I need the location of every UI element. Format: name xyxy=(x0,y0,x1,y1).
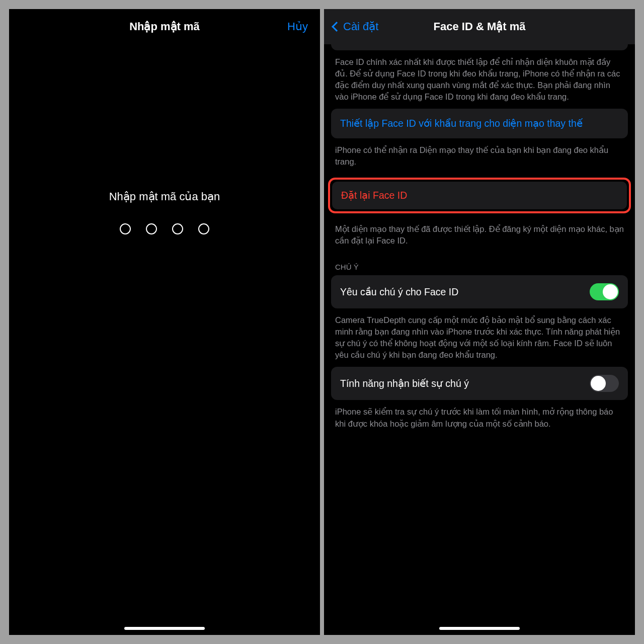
passcode-dots xyxy=(120,223,209,234)
passcode-screen: Nhập mật mã Hủy Nhập mật mã của bạn xyxy=(9,9,320,635)
passcode-dot xyxy=(120,223,131,234)
passcode-dot xyxy=(198,223,209,234)
settings-screen: Cài đặt Face ID & Mật mã Face ID chính x… xyxy=(324,9,635,635)
highlighted-row: Đặt lại Face ID xyxy=(328,178,631,213)
passcode-dot xyxy=(172,223,183,234)
cell-fragment xyxy=(331,44,628,50)
cell-label: Đặt lại Face ID xyxy=(341,190,407,201)
section-header: CHÚ Ý xyxy=(324,253,635,275)
home-indicator[interactable] xyxy=(439,627,520,630)
cell-label: Tính năng nhận biết sự chú ý xyxy=(340,378,469,389)
passcode-dot xyxy=(146,223,157,234)
setup-faceid-mask-button[interactable]: Thiết lập Face ID với khẩu trang cho diệ… xyxy=(331,109,628,138)
passcode-prompt: Nhập mật mã của bạn xyxy=(109,190,220,203)
settings-header: Cài đặt Face ID & Mật mã xyxy=(324,9,635,44)
cancel-button[interactable]: Hủy xyxy=(287,20,308,33)
description-text: Camera TrueDepth cung cấp một mức độ bảo… xyxy=(324,308,635,367)
toggle-knob xyxy=(603,284,618,299)
page-title: Face ID & Mật mã xyxy=(434,20,526,33)
attention-aware-row[interactable]: Tính năng nhận biết sự chú ý xyxy=(331,367,628,400)
reset-faceid-button[interactable]: Đặt lại Face ID xyxy=(332,182,627,209)
require-attention-toggle[interactable] xyxy=(590,283,619,300)
attention-aware-toggle[interactable] xyxy=(590,375,619,392)
description-text: iPhone có thể nhận ra Diện mạo thay thế … xyxy=(324,138,635,174)
settings-content[interactable]: Face ID chính xác nhất khi được thiết lậ… xyxy=(324,44,635,635)
passcode-header: Nhập mật mã Hủy xyxy=(9,9,320,44)
back-label: Cài đặt xyxy=(343,20,378,33)
require-attention-row[interactable]: Yêu cầu chú ý cho Face ID xyxy=(331,275,628,308)
back-button[interactable]: Cài đặt xyxy=(333,20,378,33)
cell-label: Thiết lập Face ID với khẩu trang cho diệ… xyxy=(340,117,583,130)
description-text: Face ID chính xác nhất khi được thiết lậ… xyxy=(324,50,635,109)
home-indicator[interactable] xyxy=(124,627,205,630)
toggle-knob xyxy=(591,376,606,391)
cell-label: Yêu cầu chú ý cho Face ID xyxy=(340,286,458,298)
passcode-title: Nhập mật mã xyxy=(129,20,200,33)
passcode-body: Nhập mật mã của bạn xyxy=(9,44,320,635)
chevron-left-icon xyxy=(332,22,342,32)
description-text: iPhone sẽ kiểm tra sự chú ý trước khi là… xyxy=(324,400,635,435)
description-text: Một diện mạo thay thế đã được thiết lập.… xyxy=(324,217,635,253)
